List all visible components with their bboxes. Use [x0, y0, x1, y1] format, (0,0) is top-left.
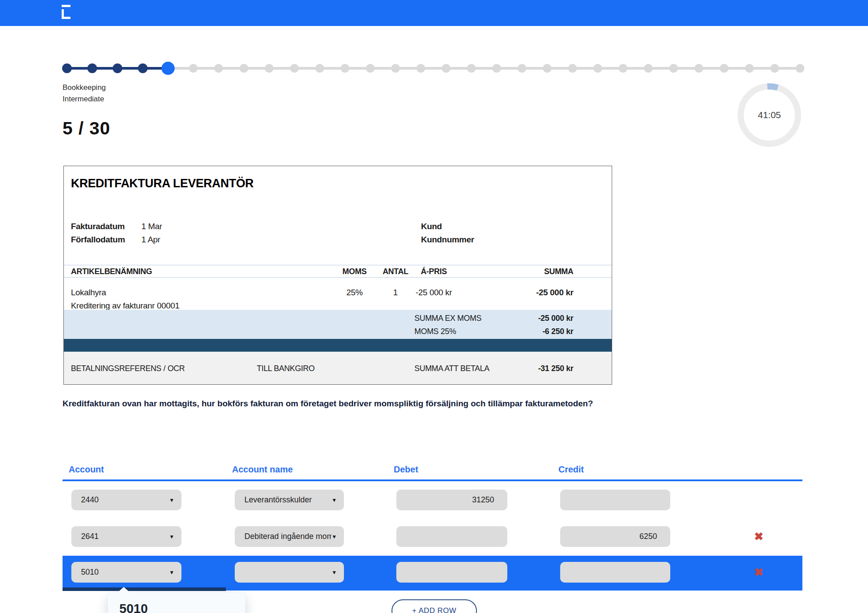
col-header-account: Account — [69, 464, 104, 475]
stepper-dot-22 — [593, 64, 602, 73]
chevron-down-icon: ▼ — [332, 534, 337, 540]
chevron-down-icon: ▼ — [169, 569, 174, 576]
journal-header-underline — [63, 479, 802, 481]
stepper-dot-17 — [467, 64, 476, 73]
account-name-select[interactable]: Leverantörsskulder▼ — [235, 490, 344, 510]
stepper-dot-23 — [619, 64, 628, 73]
stepper-dot-6 — [189, 64, 198, 73]
add-row-button[interactable]: + ADD ROW — [392, 599, 477, 613]
debet-input[interactable] — [396, 562, 507, 583]
invoice-title: KREDITFAKTURA LEVERANTÖR — [71, 177, 254, 190]
summary-label: MOMS 25% — [414, 327, 456, 336]
credit-input[interactable] — [560, 490, 670, 510]
account-select[interactable]: 2641▼ — [71, 526, 181, 547]
summary-value: -25 000 kr — [538, 314, 573, 323]
credit-input[interactable] — [560, 562, 670, 583]
journal-row-3: 5010▼▼✖ — [63, 556, 802, 591]
account-name-select[interactable]: ▼ — [235, 562, 344, 583]
stepper-dot-27 — [720, 64, 728, 73]
item-antal: 1 — [393, 288, 398, 297]
stepper-dot-21 — [568, 64, 577, 73]
invoice-date-field: Fakturadatum 1 Mar — [71, 222, 125, 231]
account-name-select[interactable]: Debiterad ingående mom▼ — [235, 526, 344, 547]
item-apris: -25 000 kr — [416, 288, 452, 297]
invoice-line-note: Kreditering av fakturanr 00001 — [71, 301, 180, 311]
stepper-dot-14 — [391, 64, 400, 73]
stepper-dot-16 — [442, 64, 451, 73]
total-value: -31 250 kr — [538, 364, 573, 373]
open-select-underline — [63, 587, 226, 591]
field-value: 1 Mar — [141, 222, 162, 231]
summary-value: -6 250 kr — [543, 327, 573, 336]
question-text: Kreditfakturan ovan har mottagits, hur b… — [63, 399, 723, 409]
invoice-customer-field: Kund — [421, 222, 442, 231]
stepper-dot-18 — [492, 64, 501, 73]
delete-row-button[interactable]: ✖ — [751, 528, 767, 544]
course-info: Bookkeeping Intermediate — [63, 82, 106, 105]
item-summa: -25 000 kr — [536, 288, 573, 297]
journal-row-2: 2641▼Debiterad ingående mom▼✖ — [63, 523, 802, 550]
journal-row-1: 2440▼Leverantörsskulder▼ — [63, 486, 802, 514]
stepper-dot-13 — [366, 64, 375, 73]
summary-row: SUMMA EX MOMS -25 000 kr — [64, 314, 612, 325]
invoice-footer: BETALNINGSREFERENS / OCR TILL BANKGIRO S… — [64, 352, 612, 384]
account-name-select-value: Debiterad ingående mom — [244, 532, 332, 541]
account-select[interactable]: 5010▼ — [71, 562, 181, 583]
account-select-value: 2440 — [81, 495, 169, 505]
summary-label: SUMMA EX MOMS — [414, 314, 481, 323]
account-select[interactable]: 2440▼ — [71, 490, 181, 510]
invoice-divider-bar — [64, 339, 612, 352]
chevron-down-icon: ▼ — [169, 497, 174, 503]
bankgiro-label: TILL BANKGIRO — [257, 364, 314, 373]
debet-input[interactable] — [396, 526, 507, 547]
col-artikelbenamning: ARTIKELBENÄMNING — [71, 267, 152, 276]
stepper-dot-4 — [138, 63, 148, 73]
col-header-credit: Credit — [558, 464, 584, 475]
stepper-dot-12 — [340, 64, 349, 73]
item-moms: 25% — [346, 288, 362, 297]
brand-logo-icon — [62, 5, 71, 19]
stepper-dot-29 — [770, 64, 779, 73]
quiz-page: Bookkeeping Intermediate 5 / 30 41:05 KR… — [0, 0, 868, 613]
field-label: Fakturadatum — [71, 222, 125, 231]
dropdown-option-5010[interactable]: 5010 — [119, 602, 148, 613]
col-apris: Á-PRIS — [421, 267, 447, 276]
chevron-down-icon: ▼ — [332, 569, 337, 576]
logo-stroke — [62, 17, 70, 19]
logo-stroke — [62, 5, 70, 7]
col-header-account-name: Account name — [232, 464, 293, 475]
stepper-dot-15 — [417, 64, 425, 73]
stepper-dot-28 — [745, 64, 754, 73]
delete-row-button[interactable]: ✖ — [751, 564, 767, 580]
timer: 41:05 — [734, 80, 805, 150]
course-title: Bookkeeping — [63, 82, 106, 93]
field-label: Kund — [421, 222, 442, 231]
course-level: Intermediate — [63, 93, 106, 105]
stepper-dot-9 — [265, 64, 273, 73]
chevron-down-icon: ▼ — [169, 534, 174, 540]
stepper-dot-30 — [796, 64, 805, 73]
credit-input[interactable] — [560, 526, 670, 547]
stepper-dot-11 — [315, 64, 324, 73]
summary-row: MOMS 25% -6 250 kr — [64, 327, 612, 338]
stepper-dot-5 — [162, 62, 175, 75]
account-dropdown-popup: 5010 — [108, 593, 245, 613]
account-name-select-value: Leverantörsskulder — [244, 495, 332, 505]
stepper-dot-26 — [694, 64, 703, 73]
invoice-line-item: Lokalhyra 25% 1 -25 000 kr -25 000 kr — [64, 286, 612, 297]
field-value: 1 Apr — [141, 235, 160, 245]
stepper-dot-25 — [669, 64, 678, 73]
invoice-duedate-field: Förfallodatum 1 Apr — [71, 235, 125, 245]
field-label: Kundnummer — [421, 235, 474, 244]
stepper-dot-10 — [290, 64, 299, 73]
ocr-label: BETALNINGSREFERENS / OCR — [71, 364, 185, 373]
total-label: SUMMA ATT BETALA — [414, 364, 489, 373]
stepper-dot-7 — [214, 64, 223, 73]
chevron-down-icon: ▼ — [332, 497, 337, 503]
popup-caret-icon — [117, 587, 131, 593]
stepper-dot-19 — [517, 64, 526, 73]
stepper-dot-24 — [644, 64, 653, 73]
invoice-table-header: ARTIKELBENÄMNING MOMS ANTAL Á-PRIS SUMMA — [64, 265, 612, 278]
col-summa: SUMMA — [544, 267, 574, 276]
debet-input[interactable] — [396, 490, 507, 510]
